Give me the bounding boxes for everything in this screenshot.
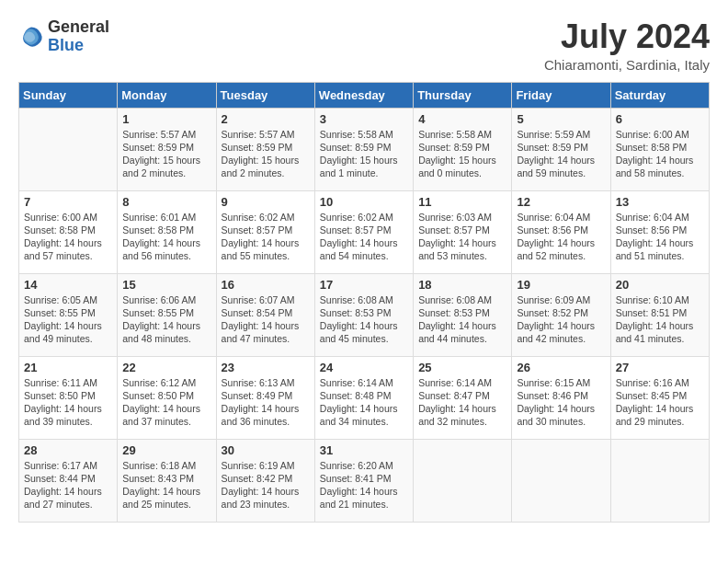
day-info: Sunrise: 6:06 AM Sunset: 8:55 PM Dayligh…: [122, 293, 210, 346]
calendar-cell: [19, 108, 118, 190]
logo: General Blue: [18, 18, 109, 55]
day-number: 18: [418, 278, 506, 292]
calendar-header-row: SundayMondayTuesdayWednesdayThursdayFrid…: [19, 82, 710, 108]
calendar-cell: 7Sunrise: 6:00 AM Sunset: 8:58 PM Daylig…: [19, 190, 118, 273]
calendar-cell: 31Sunrise: 6:20 AM Sunset: 8:41 PM Dayli…: [314, 439, 413, 522]
day-number: 29: [122, 443, 210, 457]
calendar-cell: 4Sunrise: 5:58 AM Sunset: 8:59 PM Daylig…: [414, 108, 512, 190]
calendar-cell: 6Sunrise: 6:00 AM Sunset: 8:58 PM Daylig…: [610, 108, 709, 190]
calendar-cell: 28Sunrise: 6:17 AM Sunset: 8:44 PM Dayli…: [19, 439, 118, 522]
day-info: Sunrise: 6:17 AM Sunset: 8:44 PM Dayligh…: [24, 459, 112, 511]
day-number: 14: [24, 278, 112, 292]
day-info: Sunrise: 6:20 AM Sunset: 8:41 PM Dayligh…: [320, 459, 408, 511]
day-info: Sunrise: 6:08 AM Sunset: 8:53 PM Dayligh…: [320, 293, 408, 346]
location-subtitle: Chiaramonti, Sardinia, Italy: [544, 57, 710, 73]
day-number: 12: [517, 195, 605, 209]
day-number: 1: [122, 112, 210, 126]
day-number: 21: [24, 361, 112, 374]
day-number: 11: [418, 195, 506, 209]
day-number: 27: [616, 361, 704, 374]
calendar-cell: [610, 439, 709, 522]
calendar-week-row: 14Sunrise: 6:05 AM Sunset: 8:55 PM Dayli…: [19, 273, 710, 356]
day-number: 20: [616, 278, 704, 292]
calendar-cell: 1Sunrise: 5:57 AM Sunset: 8:59 PM Daylig…: [118, 108, 216, 190]
calendar-cell: 20Sunrise: 6:10 AM Sunset: 8:51 PM Dayli…: [610, 273, 709, 356]
day-number: 24: [320, 361, 408, 374]
logo-text: General Blue: [48, 18, 109, 55]
day-info: Sunrise: 6:16 AM Sunset: 8:45 PM Dayligh…: [616, 376, 704, 429]
day-number: 26: [517, 361, 605, 374]
month-year-title: July 2024: [544, 18, 710, 55]
calendar-week-row: 21Sunrise: 6:11 AM Sunset: 8:50 PM Dayli…: [19, 356, 710, 439]
day-number: 7: [24, 195, 112, 209]
calendar-cell: 23Sunrise: 6:13 AM Sunset: 8:49 PM Dayli…: [216, 356, 314, 439]
day-number: 16: [222, 278, 310, 292]
day-info: Sunrise: 6:11 AM Sunset: 8:50 PM Dayligh…: [24, 376, 112, 429]
day-of-week-header: Saturday: [610, 82, 709, 108]
day-of-week-header: Thursday: [414, 82, 512, 108]
day-info: Sunrise: 6:12 AM Sunset: 8:50 PM Dayligh…: [122, 376, 210, 429]
day-number: 25: [418, 361, 506, 374]
day-info: Sunrise: 6:01 AM Sunset: 8:58 PM Dayligh…: [122, 211, 210, 263]
day-info: Sunrise: 6:03 AM Sunset: 8:57 PM Dayligh…: [418, 211, 506, 263]
calendar-cell: [414, 439, 512, 522]
logo-general: General: [48, 18, 109, 37]
page-header: General Blue July 2024 Chiaramonti, Sard…: [18, 18, 710, 73]
calendar-cell: 13Sunrise: 6:04 AM Sunset: 8:56 PM Dayli…: [610, 190, 709, 273]
day-info: Sunrise: 6:14 AM Sunset: 8:48 PM Dayligh…: [320, 376, 408, 429]
day-info: Sunrise: 5:58 AM Sunset: 8:59 PM Dayligh…: [418, 128, 506, 180]
calendar-cell: 26Sunrise: 6:15 AM Sunset: 8:46 PM Dayli…: [512, 356, 610, 439]
calendar-cell: 11Sunrise: 6:03 AM Sunset: 8:57 PM Dayli…: [414, 190, 512, 273]
calendar-cell: 25Sunrise: 6:14 AM Sunset: 8:47 PM Dayli…: [414, 356, 512, 439]
calendar-cell: 2Sunrise: 5:57 AM Sunset: 8:59 PM Daylig…: [216, 108, 314, 190]
day-info: Sunrise: 6:10 AM Sunset: 8:51 PM Dayligh…: [616, 293, 704, 346]
calendar-cell: 16Sunrise: 6:07 AM Sunset: 8:54 PM Dayli…: [216, 273, 314, 356]
calendar-cell: 17Sunrise: 6:08 AM Sunset: 8:53 PM Dayli…: [314, 273, 413, 356]
calendar-cell: 3Sunrise: 5:58 AM Sunset: 8:59 PM Daylig…: [314, 108, 413, 190]
day-number: 5: [517, 112, 605, 126]
calendar-week-row: 1Sunrise: 5:57 AM Sunset: 8:59 PM Daylig…: [19, 108, 710, 190]
day-info: Sunrise: 6:08 AM Sunset: 8:53 PM Dayligh…: [418, 293, 506, 346]
calendar-cell: 10Sunrise: 6:02 AM Sunset: 8:57 PM Dayli…: [314, 190, 413, 273]
day-info: Sunrise: 5:58 AM Sunset: 8:59 PM Dayligh…: [320, 128, 408, 180]
day-of-week-header: Monday: [118, 82, 216, 108]
day-number: 22: [122, 361, 210, 374]
day-number: 15: [122, 278, 210, 292]
calendar-table: SundayMondayTuesdayWednesdayThursdayFrid…: [18, 82, 710, 523]
day-number: 9: [222, 195, 310, 209]
day-number: 19: [517, 278, 605, 292]
calendar-cell: 22Sunrise: 6:12 AM Sunset: 8:50 PM Dayli…: [118, 356, 216, 439]
day-info: Sunrise: 5:59 AM Sunset: 8:59 PM Dayligh…: [517, 128, 605, 180]
calendar-cell: 12Sunrise: 6:04 AM Sunset: 8:56 PM Dayli…: [512, 190, 610, 273]
day-info: Sunrise: 6:19 AM Sunset: 8:42 PM Dayligh…: [222, 459, 310, 511]
calendar-cell: 8Sunrise: 6:01 AM Sunset: 8:58 PM Daylig…: [118, 190, 216, 273]
calendar-cell: 15Sunrise: 6:06 AM Sunset: 8:55 PM Dayli…: [118, 273, 216, 356]
day-number: 13: [616, 195, 704, 209]
day-number: 17: [320, 278, 408, 292]
calendar-cell: 14Sunrise: 6:05 AM Sunset: 8:55 PM Dayli…: [19, 273, 118, 356]
day-of-week-header: Friday: [512, 82, 610, 108]
day-number: 2: [222, 112, 310, 126]
day-number: 23: [222, 361, 310, 374]
day-info: Sunrise: 6:15 AM Sunset: 8:46 PM Dayligh…: [517, 376, 605, 429]
day-info: Sunrise: 6:02 AM Sunset: 8:57 PM Dayligh…: [222, 211, 310, 263]
day-info: Sunrise: 6:05 AM Sunset: 8:55 PM Dayligh…: [24, 293, 112, 346]
day-info: Sunrise: 6:09 AM Sunset: 8:52 PM Dayligh…: [517, 293, 605, 346]
logo-icon: [18, 24, 44, 50]
calendar-week-row: 7Sunrise: 6:00 AM Sunset: 8:58 PM Daylig…: [19, 190, 710, 273]
calendar-cell: 27Sunrise: 6:16 AM Sunset: 8:45 PM Dayli…: [610, 356, 709, 439]
calendar-cell: 18Sunrise: 6:08 AM Sunset: 8:53 PM Dayli…: [414, 273, 512, 356]
calendar-week-row: 28Sunrise: 6:17 AM Sunset: 8:44 PM Dayli…: [19, 439, 710, 522]
calendar-cell: 9Sunrise: 6:02 AM Sunset: 8:57 PM Daylig…: [216, 190, 314, 273]
day-of-week-header: Wednesday: [314, 82, 413, 108]
calendar-cell: 19Sunrise: 6:09 AM Sunset: 8:52 PM Dayli…: [512, 273, 610, 356]
calendar-cell: 21Sunrise: 6:11 AM Sunset: 8:50 PM Dayli…: [19, 356, 118, 439]
day-info: Sunrise: 6:13 AM Sunset: 8:49 PM Dayligh…: [222, 376, 310, 429]
day-number: 10: [320, 195, 408, 209]
day-of-week-header: Tuesday: [216, 82, 314, 108]
day-number: 30: [222, 443, 310, 457]
day-info: Sunrise: 6:00 AM Sunset: 8:58 PM Dayligh…: [616, 128, 704, 180]
day-number: 28: [24, 443, 112, 457]
day-number: 3: [320, 112, 408, 126]
calendar-cell: 29Sunrise: 6:18 AM Sunset: 8:43 PM Dayli…: [118, 439, 216, 522]
